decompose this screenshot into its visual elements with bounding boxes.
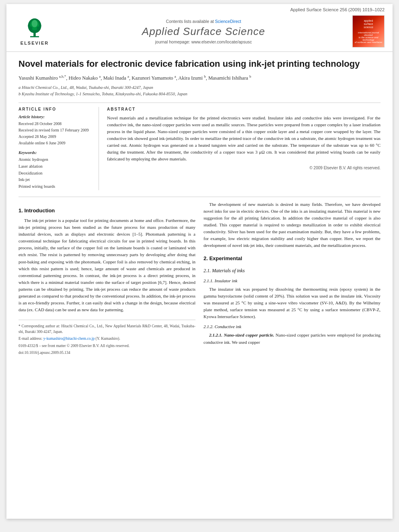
footnote-issn: 0169-4332/$ – see front matter © 2009 El… [19,343,195,349]
footnote-doi: doi:10.1016/j.apsusc.2009.05.134 [19,350,195,355]
section1-para1: The ink-jet printer is a popular tool fo… [19,217,195,313]
journal-homepage: journal homepage: www.elsevier.com/locat… [55,39,352,44]
svg-point-4 [32,20,38,27]
elsevier-logo: ELSEVIER [14,18,55,45]
affiliations: a Hitachi Chemical Co., Ltd., 48, Wadai,… [19,84,380,98]
keyword-2: Laser ablation [19,163,92,170]
author-list: Yasushi Kumashiro a,b,*, Hideo Nakako a,… [19,75,251,81]
elsevier-tree-icon [23,18,47,40]
revised-date: Received in revised form 17 February 200… [19,127,92,134]
article-title: Novel materials for electronic device fa… [19,58,380,70]
footnote-corresponding: * Corresponding author at: Hitachi Chemi… [19,323,195,335]
body-left-col: 1. Introduction The ink-jet printer is a… [19,201,195,357]
divider-mid [19,197,380,197]
abstract-col: ABSTRACT Novel materials and a metalliza… [107,107,380,190]
keyword-3: Deoxidization [19,170,92,177]
article-content: Novel materials for electronic device fa… [6,52,393,365]
email-link[interactable]: y-kumashiro@hitachi-chem.co.jp [43,337,95,341]
online-date: Available online 6 June 2009 [19,140,92,146]
journal-banner: ELSEVIER Contents lists available at Sci… [14,14,385,49]
section2-subsub1-text: The insulator ink was prepared by dissol… [204,286,380,320]
page: Applied Surface Science 256 (2009) 1019–… [6,4,393,519]
journal-cover-image: appliedsurfacescience international jour… [352,15,385,47]
journal-top-bar: Applied Surface Science 256 (2009) 1019–… [14,7,385,12]
keyword-4: Ink-jet [19,177,92,183]
abstract-header: ABSTRACT [107,107,380,111]
svg-point-8 [39,25,41,27]
contents-line: Contents lists available at ScienceDirec… [55,19,352,24]
email-suffix: (Y. Kumashiro). [96,337,120,341]
journal-main-title: Applied Surface Science [55,25,352,38]
svg-point-6 [37,27,40,29]
section2-subsub1-heading: 2.1.1. Insulator ink [204,277,380,284]
section1-para2: The development of new materials is desi… [204,201,380,249]
section1-heading: 1. Introduction [19,207,195,215]
email-label: E-mail address: [19,337,42,341]
authors: Yasushi Kumashiro a,b,*, Hideo Nakako a,… [19,74,380,82]
section2-subsub2-heading: 2.1.2. Conductive ink [204,323,380,330]
body-right-col: The development of new materials is desi… [204,201,380,357]
divider-top [19,103,380,103]
svg-point-7 [28,25,31,27]
journal-citation: Applied Surface Science 256 (2009) 1019–… [290,7,385,12]
svg-point-5 [29,27,32,29]
article-info-col: ARTICLE INFO Article history: Received 2… [19,107,99,190]
section2-sub1-heading: 2.1. Materials of inks [204,267,380,275]
svg-rect-1 [30,36,39,37]
affiliation-a: a Hitachi Chemical Co., Ltd., 48, Wadai,… [19,84,380,91]
keyword-1: Atomic hydrogen [19,156,92,163]
affiliation-b: b Kyushu Institute of Technology, 1-1 Se… [19,91,380,98]
received-date: Received 28 October 2008 [19,121,92,127]
section2-subsub2-text: 2.1.2.1. Nano-sized copper particle. Nan… [204,332,380,345]
cover-label-top: appliedsurfacescience [364,19,373,29]
journal-header: Applied Surface Science 256 (2009) 1019–… [6,4,393,52]
keywords-label: Keywords: [19,150,92,155]
copyright-line: © 2009 Elsevier B.V. All rights reserved… [107,166,380,170]
section2-subsub2-label: 2.1.2.1. Nano-sized copper particle. [209,333,274,337]
article-info-header: ARTICLE INFO [19,107,92,111]
keyword-5: Printed wiring boards [19,183,92,190]
info-abstract-row: ARTICLE INFO Article history: Received 2… [19,107,380,190]
elsevier-wordmark: ELSEVIER [21,41,49,45]
footnote-area: * Corresponding author at: Hitachi Chemi… [19,320,195,355]
section2-heading: 2. Experimental [204,255,380,263]
journal-title-center: Contents lists available at ScienceDirec… [55,19,352,44]
body-columns: 1. Introduction The ink-jet printer is a… [19,201,380,357]
sciencedirect-link[interactable]: ScienceDirect [215,19,241,24]
cover-label-bottom: international journal devotedto the scie… [354,31,383,43]
accepted-date: Accepted 28 May 2009 [19,134,92,140]
footnote-email: E-mail address: y-kumashiro@hitachi-chem… [19,336,195,341]
history-label: Article history: [19,115,92,119]
abstract-text: Novel materials and a metallization tech… [107,115,380,162]
